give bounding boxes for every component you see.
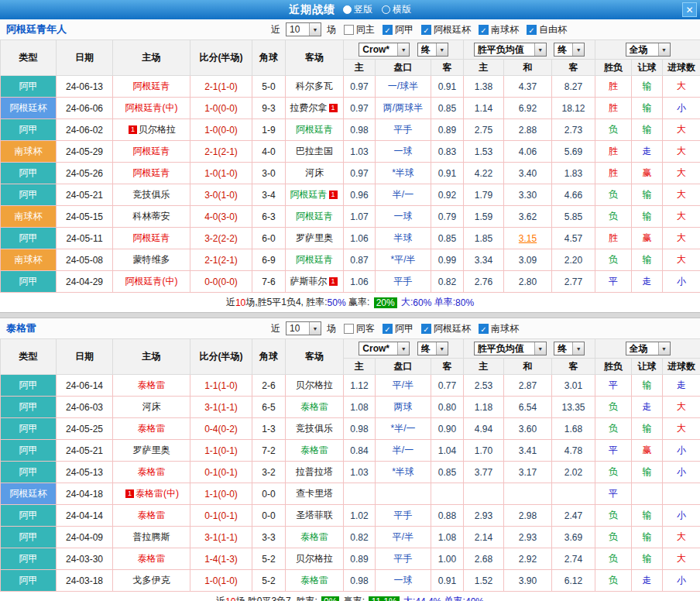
radio-vertical-layout[interactable]: 竖版	[343, 3, 372, 16]
europe-odds-home: 1.59	[464, 206, 504, 228]
checkbox-checked-icon[interactable]: ✓	[383, 324, 393, 334]
europe-mean-select[interactable]: 胜平负均值▼	[474, 342, 547, 355]
checkbox-unchecked-icon[interactable]	[344, 324, 354, 334]
asia-odds-home: 1.03	[344, 141, 376, 163]
result-goals	[663, 483, 700, 505]
result-winlose: 负	[595, 418, 632, 440]
result-goals: 大	[663, 397, 700, 418]
europe-odds-home: 1.52	[464, 570, 504, 592]
checkbox-checked-icon[interactable]: ✓	[479, 324, 489, 334]
match-score: 3-2(2-2)	[190, 228, 252, 249]
result-handicap: 走	[632, 570, 663, 592]
europe-odds-draw: 2.87	[504, 375, 552, 397]
window-title: 近期战绩	[289, 3, 335, 17]
europe-odds-draw: 4.06	[504, 141, 552, 163]
col-asia-away: 客	[431, 60, 464, 76]
odds-final-select[interactable]: 终▼	[417, 342, 448, 355]
away-team: 罗萨里奥	[286, 228, 344, 249]
asia-odds-header: Crow*▼ 终▼	[344, 339, 464, 359]
filter-checkbox-南球杯[interactable]: ✓南球杯	[479, 23, 519, 36]
europe-odds-away: 2.20	[552, 249, 595, 271]
col-away: 客场	[286, 339, 344, 375]
asia-odds-away: 0.85	[431, 228, 464, 249]
result-handicap: 赢	[632, 163, 663, 184]
europe-odds-home: 1.70	[464, 440, 504, 462]
match-corners: 3-3	[252, 527, 286, 548]
match-score: 1-0(1-0)	[190, 570, 252, 592]
checkbox-unchecked-icon[interactable]	[344, 25, 354, 35]
filters-1-wrap: 近 10 ▼ 场 同客✓阿甲✓阿根廷杯✓南球杯	[271, 321, 527, 335]
red-card-badge: 1	[329, 277, 338, 286]
away-team: 拉费尔拿1	[286, 98, 344, 119]
scope-select[interactable]: 全场▼	[626, 342, 671, 355]
team-name: 阿根廷青	[133, 81, 170, 91]
europe-odds-draw: 3.41	[504, 440, 552, 462]
result-goals: 小	[663, 440, 700, 462]
layout-radio-group: 竖版 横版	[343, 3, 411, 16]
close-button[interactable]: ✕	[682, 2, 697, 17]
match-score: 2-1(2-1)	[190, 141, 252, 163]
summary-1: 近10场,胜0平3负7, 胜率: 0% 赢率: 11.1% 大:44.4% 单率…	[0, 592, 700, 601]
team-name: 泰格雷	[138, 379, 166, 390]
match-count-select[interactable]: 10 ▼	[286, 321, 321, 335]
filter-checkbox-阿甲[interactable]: ✓阿甲	[383, 23, 413, 36]
section-header: 阿根廷青年人 近 10 ▼ 场 同主✓阿甲✓阿根廷杯✓南球杯✓自由杯	[0, 19, 700, 39]
col-home: 主场	[113, 40, 190, 76]
filter-checkbox-同客[interactable]: 同客	[344, 322, 375, 335]
team-name: 泰格雷	[138, 466, 166, 477]
red-card-badge: 1	[125, 489, 134, 498]
league-type: 阿甲	[1, 570, 57, 592]
europe-mean-select[interactable]: 胜平负均值▼	[474, 43, 547, 57]
team-name: 科尔多瓦	[296, 81, 333, 91]
odds-provider-select[interactable]: Crow*▼	[359, 342, 410, 355]
radio-horizontal-layout[interactable]: 横版	[382, 3, 411, 16]
team-section-away: 泰格雷 近 10 ▼ 场 同客✓阿甲✓阿根廷杯✓南球杯 类型 日期 主场 比分(…	[0, 318, 700, 601]
europe-final-select[interactable]: 终▼	[554, 342, 585, 355]
match-date: 24-06-02	[57, 119, 113, 141]
result-winlose: 胜	[595, 76, 632, 98]
section-divider	[0, 312, 700, 318]
col-goals-result: 进球数	[663, 359, 700, 375]
filter-checkbox-同主[interactable]: 同主	[344, 23, 375, 36]
filter-checkbox-阿根廷杯[interactable]: ✓阿根廷杯	[421, 23, 471, 36]
match-corners: 2-6	[252, 375, 286, 397]
europe-odds-draw: 2.80	[504, 271, 552, 293]
match-score: 0-4(0-2)	[190, 418, 252, 440]
games-label: 场	[327, 322, 336, 335]
asia-handicap	[376, 483, 431, 505]
europe-odds-draw: 3.40	[504, 163, 552, 184]
league-type: 阿根廷杯	[1, 98, 57, 119]
scope-select[interactable]: 全场▼	[626, 43, 671, 57]
europe-odds-draw: 2.92	[504, 548, 552, 570]
team-name: 泰格雷(中)	[136, 488, 179, 499]
europe-final-select[interactable]: 终▼	[554, 43, 585, 57]
summary-part: 大:	[401, 595, 416, 601]
europe-odds-away: 2.74	[552, 548, 595, 570]
europe-odds-away	[552, 483, 595, 505]
checkbox-checked-icon[interactable]: ✓	[479, 25, 489, 35]
home-team: 罗萨里奥	[113, 440, 190, 462]
checkbox-checked-icon[interactable]: ✓	[383, 25, 393, 35]
odds-provider-select[interactable]: Crow*▼	[359, 43, 410, 57]
odds-final-select[interactable]: 终▼	[417, 43, 448, 57]
filter-checkbox-南球杯[interactable]: ✓南球杯	[479, 322, 519, 335]
chevron-down-icon: ▼	[436, 43, 448, 56]
away-team: 阿根廷青	[286, 249, 344, 271]
asia-handicap: 半球	[376, 228, 431, 249]
match-count-select[interactable]: 10 ▼	[286, 22, 321, 36]
chevron-down-icon: ▼	[397, 43, 409, 56]
summary-part: 40%	[465, 596, 484, 601]
filter-checkbox-阿甲[interactable]: ✓阿甲	[383, 322, 413, 335]
filter-checkbox-自由杯[interactable]: ✓自由杯	[527, 23, 567, 36]
europe-odds-draw: 6.54	[504, 397, 552, 418]
checkbox-checked-icon[interactable]: ✓	[421, 324, 431, 334]
filter-checkbox-阿根廷杯[interactable]: ✓阿根廷杯	[421, 322, 471, 335]
europe-odds-draw: 3.17	[504, 462, 552, 483]
asia-handicap: 平/半	[376, 527, 431, 548]
match-score: 2-1(2-1)	[190, 249, 252, 271]
checkbox-checked-icon[interactable]: ✓	[421, 25, 431, 35]
asia-odds-home: 0.98	[344, 570, 376, 592]
select-value: 胜平负均值	[478, 342, 524, 355]
summary-part: 80%	[455, 297, 474, 308]
checkbox-checked-icon[interactable]: ✓	[527, 25, 537, 35]
